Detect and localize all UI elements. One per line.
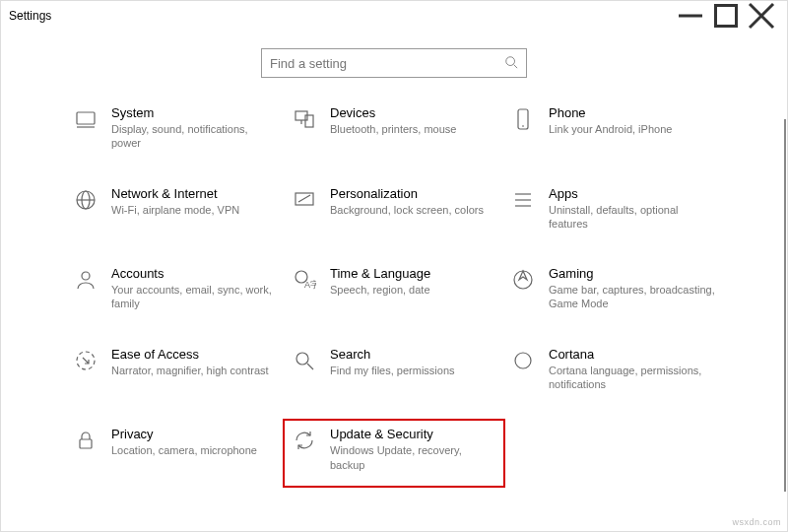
tile-title: Devices: [330, 105, 497, 120]
tile-subtitle: Location, camera, microphone: [111, 443, 279, 457]
globe-icon: [72, 186, 99, 214]
tile-accounts[interactable]: Accounts Your accounts, email, sync, wor…: [72, 266, 279, 311]
settings-grid: System Display, sound, notifications, po…: [1, 105, 787, 472]
tile-system[interactable]: System Display, sound, notifications, po…: [72, 105, 279, 151]
tile-subtitle: Find my files, permissions: [330, 364, 497, 377]
devices-icon: [291, 105, 318, 133]
cortana-icon: [509, 347, 537, 374]
tile-subtitle: Your accounts, email, sync, work, family: [111, 283, 279, 311]
tile-title: Network & Internet: [111, 186, 279, 201]
tile-title: Privacy: [111, 427, 279, 441]
tile-phone[interactable]: Phone Link your Android, iPhone: [509, 105, 716, 151]
tile-subtitle: Speech, region, date: [330, 283, 497, 297]
tile-title: Phone: [549, 105, 716, 120]
search-placeholder: Find a setting: [270, 56, 504, 71]
svg-point-25: [296, 353, 308, 365]
tile-time-language[interactable]: A字 Time & Language Speech, region, date: [291, 266, 497, 311]
tile-title: Gaming: [549, 266, 716, 281]
tile-title: Time & Language: [330, 266, 497, 281]
svg-rect-9: [305, 115, 313, 127]
tile-update-security[interactable]: Update & Security Windows Update, recove…: [283, 419, 505, 488]
tile-search[interactable]: Search Find my files, permissions: [291, 347, 497, 392]
update-icon: [291, 427, 318, 454]
tile-subtitle: Cortana language, permissions, notificat…: [549, 364, 716, 392]
minimize-button[interactable]: [673, 2, 708, 30]
tile-subtitle: Link your Android, iPhone: [549, 122, 716, 136]
tile-title: Apps: [549, 186, 716, 201]
gaming-icon: [509, 266, 537, 294]
titlebar: Settings: [1, 1, 787, 31]
tile-title: Personalization: [330, 186, 497, 201]
tile-devices[interactable]: Devices Bluetooth, printers, mouse: [291, 105, 497, 151]
person-icon: [72, 266, 99, 294]
tile-subtitle: Windows Update, recovery, backup: [330, 443, 497, 472]
svg-point-20: [82, 272, 90, 280]
svg-text:A字: A字: [304, 280, 316, 290]
svg-point-23: [514, 271, 532, 289]
svg-point-4: [506, 56, 515, 65]
tile-title: System: [111, 105, 279, 120]
tile-gaming[interactable]: Gaming Game bar, captures, broadcasting,…: [509, 266, 716, 311]
close-button[interactable]: [744, 2, 779, 30]
tile-subtitle: Narrator, magnifier, high contrast: [111, 364, 279, 377]
search-input[interactable]: Find a setting: [261, 48, 527, 78]
tile-subtitle: Display, sound, notifications, power: [111, 122, 279, 151]
svg-line-5: [514, 64, 518, 68]
tile-ease-of-access[interactable]: Ease of Access Narrator, magnifier, high…: [72, 347, 279, 392]
svg-rect-1: [716, 6, 737, 27]
paint-icon: [291, 186, 318, 214]
scrollbar[interactable]: [784, 119, 786, 492]
phone-icon: [509, 105, 537, 133]
search-tile-icon: [291, 347, 318, 374]
tile-subtitle: Uninstall, defaults, optional features: [549, 203, 716, 232]
watermark: wsxdn.com: [732, 517, 781, 527]
tile-network[interactable]: Network & Internet Wi-Fi, airplane mode,…: [72, 186, 279, 232]
tile-apps[interactable]: Apps Uninstall, defaults, optional featu…: [509, 186, 716, 232]
apps-icon: [509, 186, 537, 214]
time-language-icon: A字: [291, 266, 318, 294]
svg-line-26: [307, 364, 313, 369]
tile-personalization[interactable]: Personalization Background, lock screen,…: [291, 186, 497, 232]
tile-subtitle: Game bar, captures, broadcasting, Game M…: [549, 283, 716, 311]
ease-of-access-icon: [72, 347, 99, 374]
svg-rect-28: [80, 439, 92, 448]
tile-title: Search: [330, 347, 497, 362]
tile-title: Update & Security: [330, 427, 497, 441]
window-title: Settings: [9, 9, 51, 23]
svg-point-27: [515, 353, 531, 368]
tile-subtitle: Bluetooth, printers, mouse: [330, 122, 497, 136]
tile-title: Cortana: [549, 347, 716, 362]
tile-subtitle: Wi-Fi, airplane mode, VPN: [111, 203, 279, 217]
tile-title: Ease of Access: [111, 347, 279, 362]
maximize-button[interactable]: [708, 2, 744, 30]
lock-icon: [72, 427, 99, 454]
search-icon: [504, 55, 518, 72]
tile-subtitle: Background, lock screen, colors: [330, 203, 497, 217]
system-icon: [72, 105, 99, 133]
tile-cortana[interactable]: Cortana Cortana language, permissions, n…: [509, 347, 716, 392]
svg-rect-6: [77, 112, 95, 124]
tile-title: Accounts: [111, 266, 279, 281]
tile-privacy[interactable]: Privacy Location, camera, microphone: [72, 427, 279, 472]
